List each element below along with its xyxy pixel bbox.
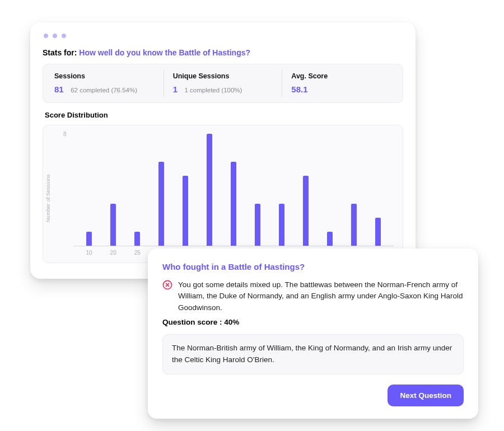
stats-for-line: Stats for: How well do you know the Batt… — [43, 48, 403, 57]
metric-value: 81 — [54, 85, 64, 94]
metrics-row: Sessions 81 62 completed (76.54%) Unique… — [43, 64, 403, 103]
chart-bar — [158, 162, 164, 246]
metric-label: Sessions — [54, 72, 155, 80]
question-card: Who fought in a Battle of Hastings? You … — [148, 249, 478, 419]
stats-window: Stats for: How well do you know the Batt… — [30, 22, 416, 279]
chart-plot-area: 8 — [73, 134, 394, 246]
chart-bar — [351, 204, 357, 246]
chart-ylabel: Number of Sessions — [45, 174, 51, 222]
chart-xtick: 25 — [134, 250, 140, 256]
chart-bar — [110, 204, 116, 246]
chart-bar — [279, 204, 284, 246]
next-question-button[interactable]: Next Question — [388, 385, 464, 406]
window-dot — [62, 34, 66, 38]
chart-bar — [134, 232, 140, 246]
window-dot — [44, 34, 48, 38]
chart-bar — [327, 232, 333, 246]
quiz-title-link[interactable]: How well do you know the Battle of Hasti… — [79, 48, 250, 57]
metric-unique-sessions: Unique Sessions 1 1 completed (100%) — [164, 70, 282, 97]
chart-xtick: 20 — [110, 250, 116, 256]
metric-subtext: 62 completed (76.54%) — [71, 87, 137, 93]
window-dot — [53, 34, 57, 38]
chart-bar — [207, 134, 212, 246]
user-answer-box: The Norman-British army of William, the … — [162, 334, 464, 374]
wrong-answer-icon — [162, 280, 172, 293]
feedback-line: You got some details mixed up. The battl… — [162, 279, 464, 313]
window-titlebar — [43, 32, 403, 46]
metric-avg-score: Avg. Score 58.1 — [282, 70, 400, 97]
metric-label: Avg. Score — [291, 72, 391, 80]
feedback-text: You got some details mixed up. The battl… — [178, 279, 464, 313]
chart-bar — [375, 218, 381, 246]
chart-ytick: 8 — [63, 131, 67, 137]
metric-sessions: Sessions 81 62 completed (76.54%) — [45, 70, 164, 97]
metric-value: 1 — [173, 85, 178, 94]
chart-xtick: 10 — [86, 250, 92, 256]
chart-bar — [303, 176, 309, 246]
metric-label: Unique Sessions — [173, 72, 273, 80]
question-title: Who fought in a Battle of Hastings? — [162, 262, 464, 271]
question-score-line: Question score : 40% — [162, 318, 464, 326]
metric-value: 58.1 — [291, 85, 307, 94]
chart-bar — [183, 176, 188, 246]
score-label: Question score : — [162, 318, 222, 326]
stats-for-prefix: Stats for: — [43, 48, 79, 57]
score-value: 40% — [224, 318, 239, 326]
distribution-heading: Score Distribution — [45, 111, 403, 119]
chart-bar — [231, 162, 236, 246]
metric-subtext: 1 completed (100%) — [184, 87, 242, 93]
chart-bar — [86, 232, 92, 246]
chart-bar — [255, 204, 260, 246]
score-distribution-chart: Number of Sessions 8 1020253040506065707… — [43, 125, 403, 263]
